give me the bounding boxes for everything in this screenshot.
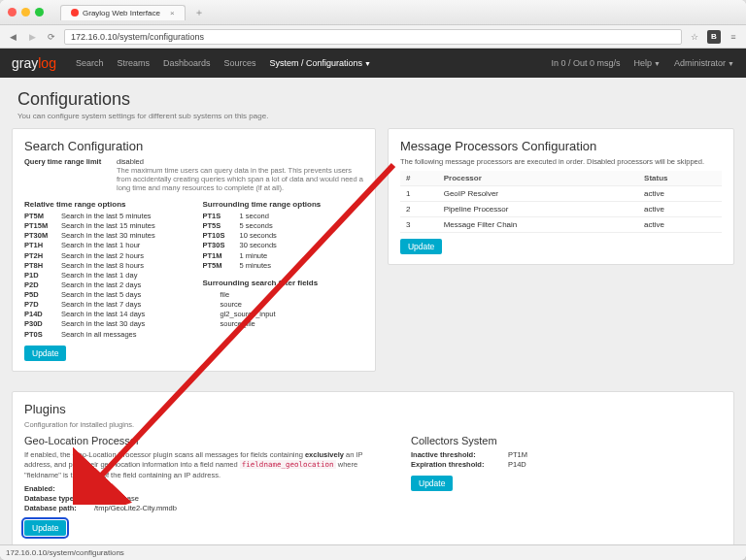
list-item: PT2HSearch in the last 2 hours [24,251,185,261]
query-limit-value: disabled [117,157,363,166]
collectors-update-button[interactable]: Update [411,476,453,491]
nav-search[interactable]: Search [76,58,104,68]
list-item: PT1S1 second [202,212,362,221]
tab-favicon [71,9,79,16]
browser-statusbar: 172.16.0.10/system/configurations [0,544,746,560]
query-limit-desc: The maximum time users can query data in… [117,166,363,192]
list-item: Database path:/tmp/GeoLite2-City.mmdb [24,504,382,513]
list-item: P2DSearch in the last 2 days [24,280,185,290]
geo-update-button[interactable]: Update [24,520,66,536]
search-config-heading: Search Configuration [24,139,363,153]
geo-heading: Geo-Location Processor [24,435,382,446]
processors-card: Message Processors Configuration The fol… [388,128,734,265]
processors-table: # Processor Status 1GeoIP Resolveractive… [400,171,722,233]
search-config-card: Search Configuration Query time range li… [12,128,376,372]
status-text: 172.16.0.10/system/configurations [6,548,124,557]
list-item: gl2_source_input [220,310,362,319]
collectors-settings: Inactive threshold:PT1MExpiration thresh… [411,450,722,470]
list-item: PT15MSearch in the last 15 minutes [24,221,185,231]
nav-reload-button[interactable]: ⟳ [45,30,58,44]
browser-window: Graylog Web Interface × ＋ ◀ ▶ ⟳ 172.16.0… [0,0,746,560]
browser-toolbar: ◀ ▶ ⟳ 172.16.0.10/system/configurations … [0,25,746,49]
list-item: Inactive threshold:PT1M [411,450,722,460]
search-config-update-button[interactable]: Update [24,346,66,361]
brand-logo[interactable]: graylog [12,55,56,71]
page-subtitle: You can configure system settings for di… [17,112,729,120]
nav-streams[interactable]: Streams [117,58,150,68]
plugins-heading: Plugins [24,402,722,416]
nav-administrator[interactable]: Administrator▼ [674,58,734,68]
list-item: source [220,300,362,310]
filter-fields-list: filesourcegl2_source_inputsource_file [202,290,362,330]
col-processor: Processor [438,171,638,186]
bookmark-icon[interactable]: ☆ [688,30,701,44]
list-item: PT1M1 minute [202,251,362,261]
nav-back-button[interactable]: ◀ [6,30,19,44]
list-item: PT5MSearch in the last 5 minutes [24,212,185,221]
relative-options-list: PT5MSearch in the last 5 minutesPT15MSea… [24,212,185,340]
relative-options-heading: Relative time range options [24,200,185,209]
surrounding-options-heading: Surrounding time range options [202,200,362,209]
window-titlebar: Graylog Web Interface × ＋ [0,0,746,25]
list-item: PT1HSearch in the last 1 hour [24,241,185,250]
window-close-button[interactable] [8,8,17,16]
browser-tab[interactable]: Graylog Web Interface × [60,5,186,20]
nav-items: Search Streams Dashboards Sources System… [76,58,371,68]
list-item: PT30S30 seconds [202,241,362,250]
list-item: Expiration threshold:P14D [411,460,722,470]
list-item: P7DSearch in the last 7 days [24,300,185,310]
chevron-down-icon: ▼ [364,60,371,67]
list-item: PT5S5 seconds [202,221,362,231]
processors-update-button[interactable]: Update [400,239,442,254]
query-limit-label: Query time range limit [24,157,107,192]
throughput-badge: In 0 / Out 0 msg/s [552,58,621,68]
nav-dashboards[interactable]: Dashboards [163,58,211,68]
nav-forward-button[interactable]: ▶ [25,30,39,44]
table-row: 2Pipeline Processoractive [400,202,722,217]
url-text: 172.16.0.10/system/configurations [71,32,204,42]
col-status: Status [638,171,722,186]
geo-desc: If enabled, the Geo-Location Processor p… [24,450,382,481]
tab-close-icon[interactable]: × [170,9,175,17]
list-item: PT5M5 minutes [202,261,362,271]
list-item: PT10S10 seconds [202,231,362,241]
list-item: Enabled:no [24,484,382,494]
filter-fields-heading: Surrounding search filter fields [202,279,362,287]
list-item: P5DSearch in the last 5 days [24,290,185,300]
processors-sub: The following message processors are exe… [400,157,722,166]
new-tab-button[interactable]: ＋ [194,6,204,19]
table-row: 1GeoIP Resolveractive [400,186,722,202]
app-navbar: graylog Search Streams Dashboards Source… [0,49,746,78]
list-item: source_file [220,319,362,329]
window-minimize-button[interactable] [21,8,30,16]
surrounding-options-list: PT1S1 secondPT5S5 secondsPT10S10 seconds… [202,212,362,271]
nav-system-configurations[interactable]: System / Configurations▼ [270,58,371,68]
tab-title: Graylog Web Interface [83,9,160,17]
processors-heading: Message Processors Configuration [400,139,722,153]
window-maximize-button[interactable] [35,8,44,16]
geo-settings: Enabled:noDatabase type:City databaseDat… [24,484,382,513]
page-header: Configurations You can configure system … [0,78,746,128]
chrome-menu-icon[interactable]: ≡ [727,30,740,44]
url-input[interactable]: 172.16.0.10/system/configurations [64,29,682,45]
list-item: file [220,290,362,300]
page-body: Configurations You can configure system … [0,78,746,544]
list-item: PT0SSearch in all messages [24,330,185,340]
page-title: Configurations [17,89,729,110]
table-row: 3Message Filter Chainactive [400,217,722,233]
processors-rows: 1GeoIP Resolveractive2Pipeline Processor… [400,186,722,233]
list-item: PT8HSearch in the last 8 hours [24,261,185,271]
plugins-card: Plugins Configuration for installed plug… [12,391,734,544]
nav-help[interactable]: Help▼ [634,58,661,68]
nav-sources[interactable]: Sources [224,58,256,68]
list-item: P14DSearch in the last 14 days [24,310,185,319]
col-num: # [400,171,438,186]
plugins-sub: Configuration for installed plugins. [24,420,722,429]
extension-badge[interactable]: B [707,30,721,44]
list-item: P1DSearch in the last 1 day [24,271,185,280]
list-item: Database type:City database [24,494,382,504]
list-item: PT30MSearch in the last 30 minutes [24,231,185,241]
collectors-heading: Collectors System [411,435,722,446]
list-item: P30DSearch in the last 30 days [24,319,185,329]
